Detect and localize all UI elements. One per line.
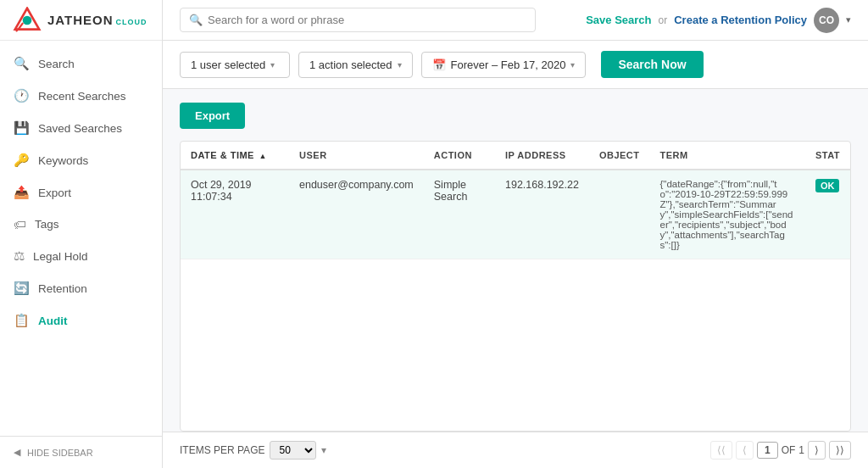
items-per-page-select[interactable]: 50 100 200 <box>270 441 316 460</box>
cell-status: OK <box>805 170 850 259</box>
action-filter-dropdown[interactable]: 1 action selected ▾ <box>298 52 413 78</box>
col-datetime[interactable]: DATE & TIME ▲ <box>181 142 289 170</box>
sidebar-item-search-label: Search <box>38 58 75 70</box>
save-search-link[interactable]: Save Search <box>586 14 651 26</box>
current-page-display: 1 <box>757 442 778 459</box>
sidebar-item-saved-searches[interactable]: 💾 Saved Searches <box>0 112 162 144</box>
col-ip: IP ADDRESS <box>495 142 589 170</box>
col-user: USER <box>289 142 424 170</box>
retention-icon: 🔄 <box>14 281 30 296</box>
sidebar-item-legal-hold[interactable]: ⚖ Legal Hold <box>0 240 162 272</box>
table-header-row: DATE & TIME ▲ USER ACTION IP ADDRESS OBJ… <box>181 142 850 170</box>
items-per-page-label: ITEMS PER PAGE <box>180 444 264 456</box>
legal-hold-icon: ⚖ <box>14 248 25 264</box>
recent-searches-icon: 🕐 <box>14 88 30 103</box>
last-page-button[interactable]: ⟩⟩ <box>829 441 851 460</box>
cell-ip: 192.168.192.22 <box>495 170 589 259</box>
action-filter-value: 1 action selected <box>309 58 392 71</box>
col-status: STAT <box>805 142 850 170</box>
sidebar-item-audit-label: Audit <box>38 315 68 327</box>
sidebar: JATHEON CLOUD 🔍 Search 🕐 Recent Searches… <box>0 0 163 468</box>
user-filter-chevron-icon: ▾ <box>270 60 275 70</box>
next-page-button[interactable]: ⟩ <box>808 441 826 460</box>
topbar: 🔍 Save Search or Create a Retention Poli… <box>163 0 868 41</box>
search-nav-icon: 🔍 <box>14 56 30 71</box>
sidebar-item-retention-label: Retention <box>38 282 87 295</box>
pagination-bar: ITEMS PER PAGE 50 100 200 ▾ ⟨⟨ ⟨ 1 OF 1 … <box>163 432 868 468</box>
audit-table-container: DATE & TIME ▲ USER ACTION IP ADDRESS OBJ… <box>180 141 851 432</box>
search-icon: 🔍 <box>189 14 203 26</box>
audit-icon: 📋 <box>14 313 30 328</box>
content-area: Export DATE & TIME ▲ USER ACTION IP ADDR… <box>163 89 868 432</box>
logo-area: JATHEON CLOUD <box>0 0 162 41</box>
search-box[interactable]: 🔍 <box>180 8 536 32</box>
cell-datetime: Oct 29, 2019 11:07:34 <box>181 170 289 259</box>
sidebar-nav: 🔍 Search 🕐 Recent Searches 💾 Saved Searc… <box>0 41 162 436</box>
sidebar-item-legal-label: Legal Hold <box>33 250 88 263</box>
cell-term: {"dateRange":{"from":null,"to":"2019-10-… <box>650 170 805 259</box>
create-retention-link[interactable]: Create a Retention Policy <box>674 14 807 26</box>
cell-object <box>589 170 650 259</box>
main-content: 🔍 Save Search or Create a Retention Poli… <box>163 0 868 468</box>
sidebar-item-tags[interactable]: 🏷 Tags <box>0 209 162 240</box>
svg-point-1 <box>23 15 32 25</box>
col-object: OBJECT <box>589 142 650 170</box>
search-now-button[interactable]: Search Now <box>601 51 703 78</box>
sidebar-item-keywords-label: Keywords <box>38 154 88 167</box>
avatar-chevron-icon[interactable]: ▾ <box>846 14 851 25</box>
logo-icon <box>12 7 42 34</box>
topbar-or-label: or <box>659 14 668 26</box>
table-body: Oct 29, 2019 11:07:34enduser@company.com… <box>181 170 850 259</box>
filter-bar: 1 user selected ▾ 1 action selected ▾ 📅 … <box>163 41 868 89</box>
topbar-links: Save Search or Create a Retention Policy… <box>586 8 851 33</box>
action-filter-chevron-icon: ▾ <box>398 60 402 70</box>
saved-searches-icon: 💾 <box>14 120 30 136</box>
sidebar-item-export[interactable]: 📤 Export <box>0 176 162 209</box>
sort-arrow-icon: ▲ <box>259 152 267 160</box>
date-filter-value: Forever – Feb 17, 2020 <box>451 58 566 71</box>
sidebar-item-saved-label: Saved Searches <box>38 122 122 135</box>
date-filter-dropdown[interactable]: 📅 Forever – Feb 17, 2020 ▾ <box>421 52 587 78</box>
audit-table: DATE & TIME ▲ USER ACTION IP ADDRESS OBJ… <box>181 142 850 259</box>
user-filter-value: 1 user selected <box>191 58 265 71</box>
status-badge: OK <box>815 179 840 192</box>
sidebar-item-search[interactable]: 🔍 Search <box>0 47 162 80</box>
hide-sidebar-button[interactable]: ◀ HIDE SIDEBAR <box>0 436 162 468</box>
page-controls: ⟨⟨ ⟨ 1 OF 1 ⟩ ⟩⟩ <box>710 441 851 460</box>
sidebar-item-tags-label: Tags <box>35 218 59 231</box>
first-page-button[interactable]: ⟨⟨ <box>710 441 732 460</box>
app-name: JATHEON <box>47 13 114 27</box>
of-label: OF <box>782 444 796 456</box>
export-button[interactable]: Export <box>180 103 245 129</box>
search-input[interactable] <box>208 14 526 26</box>
export-nav-icon: 📤 <box>14 185 30 200</box>
sidebar-item-retention[interactable]: 🔄 Retention <box>0 272 162 304</box>
col-term: TERM <box>650 142 805 170</box>
hide-sidebar-arrow: ◀ <box>14 447 20 458</box>
calendar-icon: 📅 <box>432 58 446 71</box>
app-subtitle: CLOUD <box>116 18 147 26</box>
sidebar-item-audit[interactable]: 📋 Audit <box>0 304 162 337</box>
tags-icon: 🏷 <box>14 217 26 231</box>
user-filter-dropdown[interactable]: 1 user selected ▾ <box>180 52 290 78</box>
sidebar-item-recent-label: Recent Searches <box>38 90 126 103</box>
sidebar-item-export-label: Export <box>38 187 71 199</box>
sidebar-item-recent-searches[interactable]: 🕐 Recent Searches <box>0 80 162 112</box>
items-per-page-control: ITEMS PER PAGE 50 100 200 ▾ <box>180 441 326 460</box>
cell-user: enduser@company.com <box>289 170 424 259</box>
table-row: Oct 29, 2019 11:07:34enduser@company.com… <box>181 170 850 259</box>
topbar-avatar[interactable]: CO <box>814 8 839 33</box>
cell-action: Simple Search <box>424 170 495 259</box>
col-action: ACTION <box>424 142 495 170</box>
prev-page-button[interactable]: ⟨ <box>736 441 754 460</box>
items-per-page-chevron-icon: ▾ <box>321 444 326 456</box>
hide-sidebar-label: HIDE SIDEBAR <box>27 448 93 458</box>
total-pages-display: 1 <box>798 444 804 456</box>
date-filter-chevron-icon: ▾ <box>570 60 575 70</box>
keywords-icon: 🔑 <box>14 153 30 168</box>
sidebar-item-keywords[interactable]: 🔑 Keywords <box>0 144 162 176</box>
